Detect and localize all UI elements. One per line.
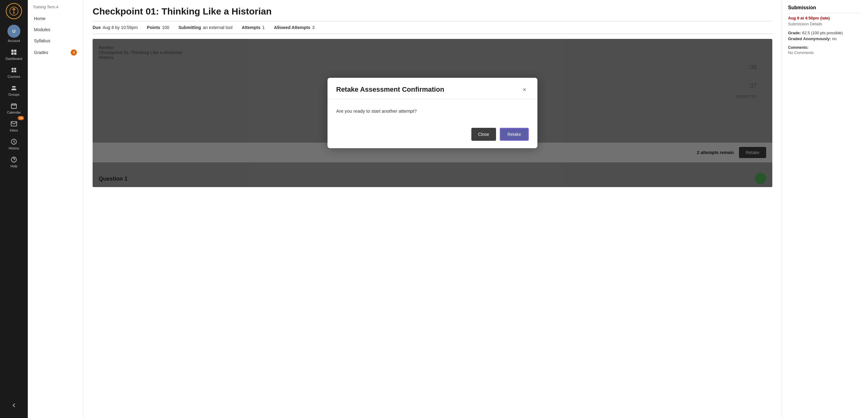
submitting-label: Submitting [178, 25, 201, 30]
sidebar-label-history: History [9, 146, 19, 150]
modal-header: Retake Assessment Confirmation × [328, 78, 537, 99]
sidebar-item-inbox[interactable]: 14 Inbox [0, 117, 28, 135]
allowed-label: Allowed Attempts [274, 25, 311, 30]
grade-label: Grade: [788, 31, 801, 35]
app-logo [6, 3, 22, 19]
comments-label: Comments: [788, 46, 862, 50]
submission-grade: Grade: 62.5 (100 pts possible) [788, 31, 862, 35]
avatar: U [7, 25, 20, 38]
sidebar-label-dashboard: Dashboard [5, 57, 22, 60]
course-term: Training Term A [28, 5, 83, 13]
modal-title: Retake Assessment Confirmation [336, 86, 444, 93]
main-content: Checkpoint 01: Thinking Like a Historian… [83, 0, 781, 418]
modal-close-button[interactable]: Close [471, 128, 496, 141]
modal-footer: Close Retake [328, 123, 537, 148]
svg-rect-9 [14, 70, 16, 72]
submission-details-label: Submission Details [788, 22, 862, 26]
grades-badge-count: 4 [71, 50, 77, 56]
due-value: Aug 8 by 10:59pm [102, 25, 138, 30]
sidebar-item-history[interactable]: History [0, 135, 28, 153]
modal-close-x-button[interactable]: × [520, 85, 529, 94]
attempts-label: Attempts [242, 25, 260, 30]
submitting-value: an external tool [203, 25, 232, 30]
comments-value: No Comments [788, 50, 862, 55]
svg-rect-7 [14, 68, 16, 70]
svg-rect-8 [12, 70, 13, 72]
svg-point-1 [13, 12, 15, 14]
sidebar-label-inbox: Inbox [10, 128, 18, 132]
anon-value: no [832, 36, 837, 41]
sidebar: U Account Dashboard Courses Groups Calen… [0, 0, 28, 418]
sidebar-item-courses[interactable]: Courses [0, 64, 28, 82]
nav-grades[interactable]: Grades 4 [28, 46, 83, 59]
points-value: 100 [162, 25, 169, 30]
right-sidebar: Submission Aug 9 at 4:50pm (late) Submis… [781, 0, 868, 418]
anon-label: Graded Anonymously: [788, 36, 831, 41]
sidebar-item-calendar[interactable]: Calendar [0, 99, 28, 117]
sidebar-label-help: Help [10, 164, 18, 168]
sidebar-item-groups[interactable]: Groups [0, 82, 28, 99]
course-nav: Training Term A Home Modules Syllabus Gr… [28, 0, 83, 418]
svg-point-10 [12, 86, 14, 88]
assignment-meta: Due Aug 8 by 10:59pm Points 100 Submitti… [93, 21, 772, 34]
sidebar-item-help[interactable]: Help [0, 153, 28, 171]
sidebar-item-account[interactable]: U Account [0, 22, 28, 46]
sidebar-label-courses: Courses [8, 75, 20, 79]
modal-body-text: Are you ready to start another attempt? [336, 108, 529, 114]
svg-rect-12 [11, 104, 17, 109]
attempts-value: 1 [262, 25, 265, 30]
inbox-badge-count: 14 [18, 116, 24, 120]
sidebar-label-account: Account [8, 39, 20, 42]
content-area: ReviewCheckpoint 01: Thinking Like a His… [93, 39, 772, 187]
modal-body: Are you ready to start another attempt? [328, 99, 537, 123]
allowed-value: 3 [312, 25, 314, 30]
sidebar-item-back[interactable] [0, 399, 28, 412]
sidebar-item-dashboard[interactable]: Dashboard [0, 46, 28, 64]
modal-overlay: Retake Assessment Confirmation × Are you… [93, 39, 772, 187]
retake-confirmation-modal: Retake Assessment Confirmation × Are you… [328, 78, 537, 148]
svg-rect-6 [12, 68, 13, 70]
svg-rect-4 [11, 53, 13, 55]
nav-modules[interactable]: Modules [28, 24, 83, 35]
modal-retake-button[interactable]: Retake [500, 128, 529, 141]
svg-rect-2 [11, 50, 13, 52]
submission-title: Submission [788, 5, 862, 13]
submission-anon: Graded Anonymously: no [788, 36, 862, 41]
page-title: Checkpoint 01: Thinking Like a Historian [93, 6, 772, 17]
sidebar-label-groups: Groups [8, 93, 20, 96]
nav-home[interactable]: Home [28, 13, 83, 24]
points-label: Points [147, 25, 160, 30]
close-x-icon: × [523, 86, 526, 93]
grade-possible: (100 pts possible) [811, 31, 843, 35]
due-label: Due [93, 25, 101, 30]
sidebar-label-calendar: Calendar [7, 111, 21, 114]
nav-syllabus[interactable]: Syllabus [28, 35, 83, 46]
svg-rect-5 [14, 53, 17, 55]
svg-point-11 [14, 86, 16, 88]
grade-value: 62.5 [802, 31, 810, 35]
submission-date: Aug 9 at 4:50pm (late) [788, 16, 862, 20]
svg-rect-3 [14, 50, 17, 52]
